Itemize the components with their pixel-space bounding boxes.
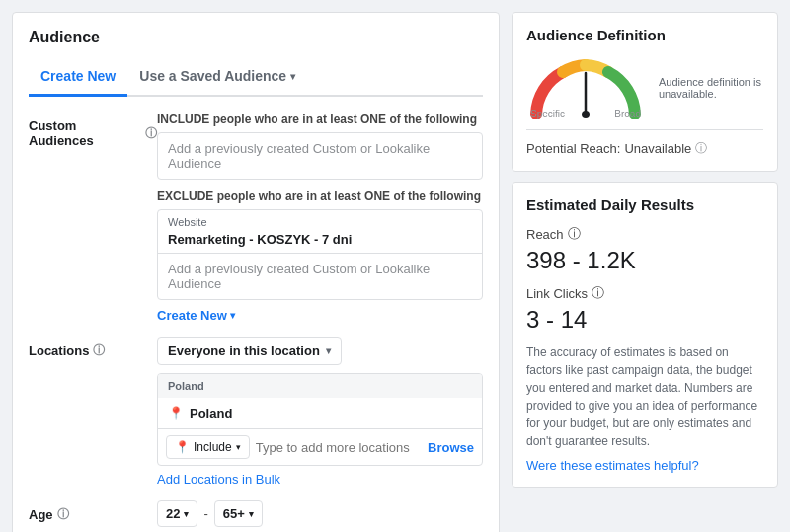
gauge-area: Specific Broad Audience definition is un… [526,55,763,119]
custom-audiences-label: Custom Audiences ⓘ [29,113,157,148]
custom-audiences-content: INCLUDE people who are in at least ONE o… [157,113,483,323]
exclude-label: EXCLUDE people who are in at least ONE o… [157,190,483,203]
location-type-input[interactable] [256,440,422,455]
create-new-arrow: ▾ [230,310,235,321]
audience-unavailable-text: Audience definition is unavailable. [659,76,763,100]
include-dropdown[interactable]: 📍 Include ▾ [166,435,250,459]
include-input[interactable]: Add a previously created Custom or Looka… [157,132,483,180]
tabs-container: Create New Use a Saved Audience ▾ [29,58,483,97]
age-dash: - [203,506,207,521]
age-row: Age ⓘ 22 ▾ - 65+ ▾ [29,500,483,527]
location-box: Poland 📍 Poland 📍 Include ▾ Browse [157,373,483,466]
reach-label: Reach ⓘ [526,225,763,243]
locations-info-icon[interactable]: ⓘ [93,342,105,359]
locations-label: Locations ⓘ [29,337,157,359]
audience-definition-card: Audience Definition Specific [512,12,778,172]
age-label: Age ⓘ [29,500,157,523]
exclude-input[interactable]: Add a previously created Custom or Looka… [158,254,482,299]
include-label: INCLUDE people who are in at least ONE o… [157,113,483,126]
location-dropdown[interactable]: Everyone in this location ▾ [157,337,342,365]
link-clicks-label: Link Clicks ⓘ [526,284,763,302]
audience-definition-title: Audience Definition [526,27,763,43]
age-max-select[interactable]: 65+ ▾ [214,500,263,527]
gauge-chart: Specific Broad [526,55,645,119]
age-content: 22 ▾ - 65+ ▾ [157,500,483,527]
locations-row: Locations ⓘ Everyone in this location ▾ … [29,337,483,487]
age-info-icon[interactable]: ⓘ [57,506,69,523]
locations-content: Everyone in this location ▾ Poland 📍 Pol… [157,337,483,487]
right-panel: Audience Definition Specific [512,12,778,532]
exclude-box: Website Remarketing - KOSZYK - 7 dni Add… [157,209,483,300]
location-pin-icon: 📍 [168,406,184,420]
exclude-item: Remarketing - KOSZYK - 7 dni [158,230,482,253]
include-dropdown-arrow: ▾ [236,442,241,452]
reach-info-icon[interactable]: ⓘ [568,225,581,243]
potential-reach: Potential Reach: Unavailable ⓘ [526,129,763,157]
location-item: 📍 Poland [158,398,482,428]
link-clicks-info-icon[interactable]: ⓘ [592,284,604,302]
gauge-labels: Specific Broad [526,109,645,119]
browse-button[interactable]: Browse [428,440,474,455]
tab-use-saved[interactable]: Use a Saved Audience ▾ [127,58,307,97]
link-clicks-value: 3 - 14 [526,306,763,334]
age-max-arrow: ▾ [249,509,254,519]
estimated-results-title: Estimated Daily Results [526,196,763,213]
location-box-header: Poland [158,374,482,398]
age-min-select[interactable]: 22 ▾ [157,500,198,527]
create-new-link[interactable]: Create New ▾ [157,308,235,323]
custom-audiences-info-icon[interactable]: ⓘ [145,125,157,142]
location-dropdown-arrow: ▾ [326,345,331,356]
helpful-link[interactable]: Were these estimates helpful? [526,458,763,473]
accuracy-text: The accuracy of estimates is based on fa… [526,343,763,450]
custom-audiences-row: Custom Audiences ⓘ INCLUDE people who ar… [29,113,483,323]
location-input-row: 📍 Include ▾ Browse [158,428,482,465]
add-bulk-link[interactable]: Add Locations in Bulk [157,472,483,487]
tab-saved-arrow: ▾ [290,71,295,82]
reach-value: 398 - 1.2K [526,247,763,274]
location-pin-small-icon: 📍 [175,440,190,454]
gauge-specific-label: Specific [530,109,565,119]
tab-create-new[interactable]: Create New [29,58,127,97]
exclude-type: Website [158,210,482,230]
page-title: Audience [29,29,483,46]
age-min-arrow: ▾ [184,509,189,519]
age-controls: 22 ▾ - 65+ ▾ [157,500,483,527]
estimated-results-card: Estimated Daily Results Reach ⓘ 398 - 1.… [512,182,778,488]
gauge-broad-label: Broad [614,109,641,119]
potential-reach-info-icon[interactable]: ⓘ [695,140,707,157]
